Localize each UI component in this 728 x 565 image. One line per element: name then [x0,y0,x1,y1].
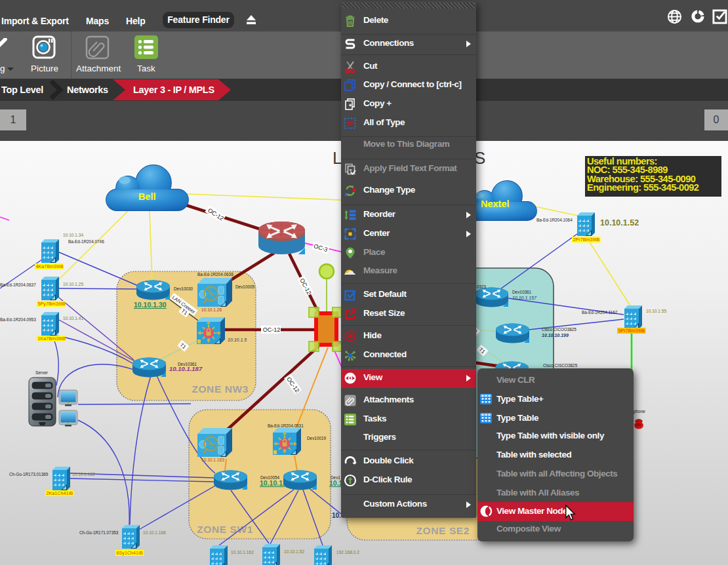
svg-text:Ba-Ed-1R204.0638: Ba-Ed-1R204.0638 [197,272,233,277]
svg-text:Ch-Go-1R171.07353: Ch-Go-1R171.07353 [79,530,119,535]
svg-text:1Ka7Bm39IB: 1Ka7Bm39IB [38,336,66,341]
svg-text:10.10.1.157: 10.10.1.157 [512,296,537,300]
svg-text:6Sy1Ch41IB: 6Sy1Ch41IB [117,550,144,556]
svg-text:10.10.1.26: 10.10.1.26 [201,307,222,312]
svg-text:Dev10030: Dev10030 [174,286,193,291]
svg-text:5Py7Bm39IB: 5Py7Bm39IB [38,301,66,307]
svg-text:10.10.1.41: 10.10.1.41 [63,316,83,321]
svg-text:OC-12: OC-12 [263,326,281,333]
svg-text:Ba-Ed-1R204.0637: Ba-Ed-1R204.0637 [0,282,36,287]
svg-text:4Ka7Bm39IB: 4Ka7Bm39IB [36,263,64,269]
svg-text:phone: phone [634,409,645,414]
svg-text:10.10.1.182: 10.10.1.182 [72,472,95,477]
svg-text:Server: Server [35,370,49,375]
svg-text:ZONE NW3: ZONE NW3 [192,383,249,395]
svg-text:Dev10005: Dev10005 [235,284,255,289]
svg-text:Ba-Ed-1R204.0746: Ba-Ed-1R204.0746 [68,239,104,244]
svg-text:192.168.0.2: 192.168.0.2 [336,550,359,555]
svg-text:Cisco CISCO3825: Cisco CISCO3825 [543,363,578,368]
svg-text:10.10.1.162: 10.10.1.162 [231,550,254,555]
svg-text:10.10.1.25: 10.10.1.25 [63,282,83,286]
svg-text:ZONE SW1: ZONE SW1 [197,524,253,535]
svg-text:10.10.1.52: 10.10.1.52 [600,218,639,227]
svg-text:10.10.1.5: 10.10.1.5 [228,338,247,342]
svg-text:ZONE SE2: ZONE SE2 [416,525,470,536]
svg-text:10.10.1.166: 10.10.1.166 [143,530,166,535]
svg-text:Ba-Ed-1R204.1167: Ba-Ed-1R204.1167 [582,310,618,315]
svg-text:Nextel: Nextel [481,199,510,209]
svg-text:10.10.1.30: 10.10.1.30 [134,301,167,309]
svg-text:OC-12: OC-12 [298,277,312,296]
svg-text:2Ka1Ch41IB: 2Ka1Ch41IB [47,490,73,496]
svg-text:10.10.1.52: 10.10.1.52 [284,549,304,554]
svg-text:Cisco CICOO3825: Cisco CICOO3825 [542,327,576,332]
svg-text:10.10.1.: 10.10.1. [260,479,285,487]
svg-text:Dev10019: Dev10019 [307,436,327,440]
svg-text:Ch-Go-1R173.01369: Ch-Go-1R173.01369 [9,472,49,477]
svg-text:10.10.1.34: 10.10.1.34 [63,233,83,237]
svg-text:Dev10361: Dev10361 [512,290,532,294]
svg-text:10.: 10. [332,512,341,519]
svg-text:10.10.1.187: 10.10.1.187 [169,365,203,372]
svg-text:10.10.1.183: 10.10.1.183 [201,458,224,462]
svg-text:5Pr7Bm39IB: 5Pr7Bm39IB [618,328,645,334]
svg-text:10.10.1.55: 10.10.1.55 [646,309,666,313]
svg-text:Ba-Ed-1R204.0953: Ba-Ed-1R204.0953 [0,317,36,322]
svg-text:10.10.10.199: 10.10.10.199 [542,333,569,338]
svg-text:Ba-Ed-1R204.0531: Ba-Ed-1R204.0531 [268,423,304,428]
svg-text:2Pr7Bm39IB: 2Pr7Bm39IB [573,237,600,243]
svg-text:Bell: Bell [138,191,156,202]
svg-text:Ba-Ed-1R204.1064: Ba-Ed-1R204.1064 [536,218,573,222]
